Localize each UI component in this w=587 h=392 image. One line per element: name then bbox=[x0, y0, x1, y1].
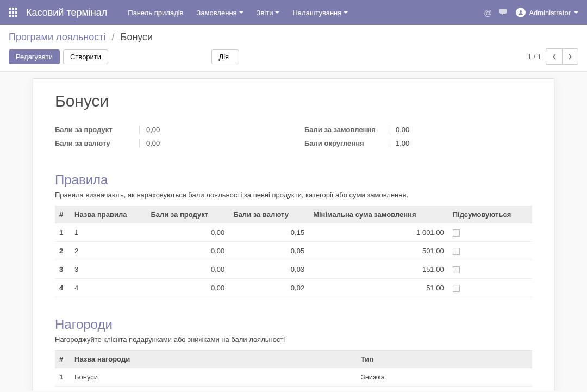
form-row: Бали за продукт0,00 bbox=[55, 126, 283, 134]
app-brand[interactable]: Касовий термінал bbox=[26, 7, 107, 18]
field-value: 0,00 bbox=[139, 126, 283, 134]
table-header: # bbox=[55, 351, 70, 368]
avatar-icon bbox=[516, 8, 526, 17]
table-header: Бали за валюту bbox=[229, 206, 309, 223]
rules-section-desc: Правила визначають, як нараховуються бал… bbox=[55, 191, 532, 199]
chat-icon[interactable] bbox=[499, 8, 508, 17]
user-menu[interactable]: Administrator bbox=[516, 8, 578, 17]
cumulative-cell bbox=[448, 260, 532, 279]
reward-name: Бонуси bbox=[70, 368, 357, 387]
breadcrumb-separator: / bbox=[112, 32, 115, 42]
user-name: Administrator bbox=[529, 9, 571, 17]
table-header: Тип bbox=[357, 351, 532, 368]
content-scroll[interactable]: Бонуси Бали за продукт0,00Бали за валюту… bbox=[0, 72, 587, 391]
rewards-section-desc: Нагороджуйте клієнта подарунками або зни… bbox=[55, 335, 532, 344]
rule-name: 2 bbox=[70, 242, 146, 260]
row-index: 1 bbox=[55, 368, 70, 387]
min-order: 501,00 bbox=[309, 242, 448, 260]
breadcrumb-parent[interactable]: Програми лояльності bbox=[9, 32, 106, 42]
breadcrumb: Програми лояльності / Бонуси bbox=[9, 32, 578, 43]
checkbox-icon[interactable] bbox=[453, 285, 460, 292]
rule-name: 1 bbox=[70, 223, 146, 242]
pager: 1 / 1 bbox=[528, 48, 578, 65]
field-value: 1,00 bbox=[389, 139, 532, 147]
form-fields: Бали за продукт0,00Бали за валюту0,00 Ба… bbox=[55, 126, 532, 153]
edit-button[interactable]: Редагувати bbox=[9, 49, 60, 64]
pager-next-button[interactable] bbox=[562, 48, 578, 65]
main-menu: Панель приладівЗамовленняЗвітиНалаштуван… bbox=[122, 5, 353, 20]
row-index: 2 bbox=[55, 242, 70, 260]
points-currency: 0,15 bbox=[229, 223, 309, 242]
field-value: 0,00 bbox=[389, 126, 532, 134]
form-sheet: Бонуси Бали за продукт0,00Бали за валюту… bbox=[33, 78, 554, 391]
page-title: Бонуси bbox=[55, 92, 532, 110]
field-label: Бали округлення bbox=[304, 139, 389, 147]
points-currency: 0,02 bbox=[229, 279, 309, 297]
points-product: 0,00 bbox=[146, 260, 229, 279]
table-row[interactable]: 330,000,03151,00 bbox=[55, 260, 532, 279]
cumulative-cell bbox=[448, 279, 532, 297]
pager-text: 1 / 1 bbox=[528, 53, 541, 61]
control-panel: Програми лояльності / Бонуси Редагувати … bbox=[0, 25, 587, 72]
row-index: 3 bbox=[55, 260, 70, 279]
rules-section-title: Правила bbox=[55, 172, 532, 188]
cumulative-cell bbox=[448, 242, 532, 260]
min-order: 51,00 bbox=[309, 279, 448, 297]
table-row[interactable]: 220,000,05501,00 bbox=[55, 242, 532, 260]
checkbox-icon[interactable] bbox=[453, 229, 460, 237]
table-header: Назва нагороди bbox=[70, 351, 357, 368]
field-label: Бали за замовлення bbox=[304, 126, 389, 134]
rules-table: #Назва правилаБали за продуктБали за вал… bbox=[55, 206, 532, 297]
table-header: Бали за продукт bbox=[146, 206, 229, 223]
rewards-section-title: Нагороди bbox=[55, 317, 532, 332]
table-header: Мінімальна сума замовлення bbox=[309, 206, 448, 223]
row-index: 1 bbox=[55, 223, 70, 242]
min-order: 151,00 bbox=[309, 260, 448, 279]
points-product: 0,00 bbox=[146, 279, 229, 297]
create-button[interactable]: Створити bbox=[63, 49, 108, 64]
reward-type: Знижка bbox=[357, 368, 532, 387]
rule-name: 3 bbox=[70, 260, 146, 279]
table-row[interactable]: 440,000,0251,00 bbox=[55, 279, 532, 297]
svg-point-0 bbox=[520, 10, 522, 13]
cumulative-cell bbox=[448, 223, 532, 242]
apps-icon[interactable] bbox=[9, 8, 18, 17]
table-header: Підсумовуються bbox=[448, 206, 532, 223]
caret-down-icon bbox=[574, 11, 578, 14]
top-navbar: Касовий термінал Панель приладівЗамовлен… bbox=[0, 0, 587, 25]
nav-item[interactable]: Замовлення bbox=[191, 5, 249, 20]
field-value: 0,00 bbox=[139, 139, 283, 147]
points-product: 0,00 bbox=[146, 223, 229, 242]
points-currency: 0,05 bbox=[229, 242, 309, 260]
points-currency: 0,03 bbox=[229, 260, 309, 279]
table-row[interactable]: 110,000,151 001,00 bbox=[55, 223, 532, 242]
points-product: 0,00 bbox=[146, 242, 229, 260]
field-label: Бали за валюту bbox=[55, 139, 139, 147]
row-index: 4 bbox=[55, 279, 70, 297]
caret-down-icon bbox=[239, 11, 243, 14]
table-header: Назва правила bbox=[70, 206, 146, 223]
table-row[interactable]: 1БонусиЗнижка bbox=[55, 368, 532, 387]
nav-item[interactable]: Звіти bbox=[251, 5, 285, 20]
action-dropdown[interactable]: Дія bbox=[211, 49, 239, 64]
field-label: Бали за продукт bbox=[55, 126, 139, 134]
nav-item[interactable]: Панель приладів bbox=[122, 5, 189, 20]
form-row: Бали за замовлення0,00 bbox=[304, 126, 532, 134]
checkbox-icon[interactable] bbox=[453, 266, 460, 273]
form-row: Бали округлення1,00 bbox=[304, 139, 532, 147]
rewards-table: #Назва нагородиТип 1БонусиЗнижка bbox=[55, 350, 532, 387]
min-order: 1 001,00 bbox=[309, 223, 448, 242]
breadcrumb-current: Бонуси bbox=[121, 32, 153, 42]
action-label: Дія bbox=[218, 53, 229, 61]
rule-name: 4 bbox=[70, 279, 146, 297]
checkbox-icon[interactable] bbox=[453, 248, 460, 255]
form-row: Бали за валюту0,00 bbox=[55, 139, 283, 147]
table-header: # bbox=[55, 206, 70, 223]
caret-down-icon bbox=[275, 11, 279, 14]
at-icon[interactable]: @ bbox=[484, 8, 492, 17]
pager-prev-button[interactable] bbox=[546, 48, 562, 65]
caret-down-icon bbox=[344, 11, 348, 14]
nav-item[interactable]: Налаштування bbox=[287, 5, 353, 20]
